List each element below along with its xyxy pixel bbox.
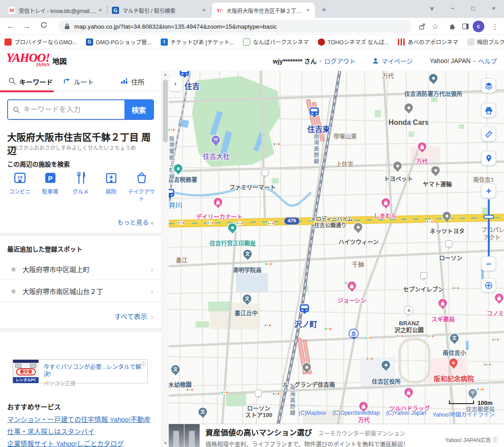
tab-search-button[interactable]: ∨ xyxy=(422,0,442,16)
sidebar-tab-address[interactable]: 住所 xyxy=(120,77,145,86)
yahoo-japan-logo[interactable]: YAHOO! JAPAN 地図 xyxy=(6,52,67,67)
share-icon[interactable] xyxy=(416,21,427,32)
profile-avatar[interactable]: c xyxy=(473,21,484,32)
service-link-2[interactable]: 仕事・求人探しはスタンバイ xyxy=(7,426,94,436)
zoom-out-button[interactable]: − xyxy=(481,256,496,271)
seven-icon[interactable] xyxy=(420,272,427,279)
place-pin[interactable] xyxy=(174,164,183,173)
facility-button-takeout[interactable]: テイクアウト xyxy=(126,171,157,203)
bank-pin[interactable] xyxy=(350,329,358,338)
sidebar-ad[interactable]: 最安値 レンタルPC 今すぐパソコンが必要...レンタルで解決! パソコン工房 … xyxy=(13,359,148,383)
registered-spot-item[interactable]: ★大阪府堺市南区城山台２丁› xyxy=(0,281,161,302)
close-button[interactable]: × xyxy=(483,0,504,16)
shop-pin[interactable] xyxy=(214,198,222,206)
place-pin[interactable] xyxy=(303,363,311,371)
logout-link[interactable]: ログアウト xyxy=(324,56,355,65)
locate-button[interactable] xyxy=(481,278,496,293)
portal-link[interactable]: Yahoo! JAPAN xyxy=(430,57,470,64)
facility-button-hospital[interactable]: 病院 xyxy=(96,171,126,203)
info-icon[interactable]: ⓘ xyxy=(492,437,498,443)
attribution-link-2[interactable]: (C)OpenStreetMap xyxy=(333,410,380,418)
back-button[interactable]: ← xyxy=(4,20,17,33)
station-pin[interactable] xyxy=(169,189,175,197)
facility-button-convenience[interactable]: 24コンビニ xyxy=(4,171,35,203)
tab-close-icon[interactable]: × xyxy=(201,7,208,14)
place-pin[interactable] xyxy=(382,361,390,369)
place-pin[interactable] xyxy=(405,306,413,315)
school-pin[interactable]: 文 xyxy=(243,294,252,303)
post-office-pin[interactable]: 〒 xyxy=(469,389,477,397)
school-pin[interactable]: 文 xyxy=(243,250,252,258)
browser-tab-2[interactable]: Gマルチ取引 / 取引検索× xyxy=(107,3,211,18)
scroll-up-icon[interactable]: ▲ xyxy=(162,71,169,78)
bookmark-item-1[interactable]: プロバイダーならGMO... xyxy=(4,38,77,46)
shop-pin[interactable] xyxy=(359,402,368,410)
ad-title[interactable]: 今すぐパソコンが必要...レンタルで解決! xyxy=(43,363,144,378)
school-pin[interactable]: 文 xyxy=(199,408,207,416)
bookmark-item-4[interactable]: なんばパークスシネマ xyxy=(243,38,309,46)
sidebar-tab-keyword[interactable]: キーワード xyxy=(8,77,53,86)
shop-pin[interactable] xyxy=(439,299,447,307)
place-pin[interactable] xyxy=(443,212,451,220)
bookmark-star-icon[interactable]: ☆ xyxy=(430,21,440,32)
place-pin[interactable] xyxy=(405,103,413,112)
mypage-link[interactable]: マイページ xyxy=(381,56,413,65)
shop-pin[interactable] xyxy=(382,198,390,207)
ad-info-icon[interactable]: ⓘ xyxy=(141,360,146,368)
zoom-slider-handle[interactable] xyxy=(483,215,494,219)
bookmark-item-5[interactable]: TOHOシネマズ なんば... xyxy=(318,38,389,46)
lawson100-icon[interactable] xyxy=(255,390,262,397)
place-pin[interactable] xyxy=(429,74,438,82)
browser-menu-icon[interactable]: ⋮ xyxy=(490,21,500,32)
search-button[interactable]: 検索 xyxy=(124,100,153,119)
shop-pin[interactable] xyxy=(495,294,504,302)
place-pin[interactable] xyxy=(393,162,402,170)
browser-tab-1[interactable]: M受信トレイ - know.ldc@gmail.com× xyxy=(4,3,107,18)
map-viewport[interactable]: 479 ‹ + − 100m (C)Mapbox(C)OpenStreetMap… xyxy=(169,71,504,447)
measure-button[interactable] xyxy=(481,127,496,141)
layers-button[interactable] xyxy=(481,78,496,93)
attribution-link-3[interactable]: (C)Yahoo Japan xyxy=(386,410,426,418)
sidebar-tab-route[interactable]: ルート xyxy=(63,77,94,86)
place-pin[interactable] xyxy=(228,223,237,232)
place-pin[interactable] xyxy=(354,223,363,231)
minimize-button[interactable]: − xyxy=(442,0,463,16)
school-pin[interactable]: 文 xyxy=(171,365,180,374)
lawson-icon[interactable] xyxy=(445,240,453,247)
forward-button[interactable]: → xyxy=(21,20,33,33)
facility-button-gourmet[interactable]: グルメ xyxy=(65,171,96,203)
zoom-slider[interactable] xyxy=(488,199,490,256)
station-pin[interactable] xyxy=(300,304,309,312)
scrollbar-thumb[interactable] xyxy=(163,80,168,142)
scroll-down-icon[interactable]: ▼ xyxy=(162,439,169,447)
zoom-in-button[interactable]: + xyxy=(481,183,496,198)
bookmark-item-3[interactable]: tチケットぴあ [チケット... xyxy=(161,38,234,46)
station-pin[interactable] xyxy=(180,71,189,76)
pin-drop-button[interactable] xyxy=(481,151,496,166)
side-panel-icon[interactable] xyxy=(460,21,471,32)
famima-icon[interactable] xyxy=(261,169,269,176)
bookmark-item-7[interactable]: 梅田ブルク7 xyxy=(467,38,504,46)
attribution-link-4[interactable]: Yahoo!地図ガイドライン xyxy=(433,410,495,418)
reload-button[interactable] xyxy=(38,20,50,33)
school-pin[interactable]: 文 xyxy=(450,334,459,342)
show-all-link[interactable]: すべて表示› xyxy=(115,311,153,321)
service-link-3[interactable]: 企業情報サイト Yahoo!しごとカタログ xyxy=(7,438,124,447)
collapse-sidebar-button[interactable]: ‹ xyxy=(169,77,182,91)
bottom-ad-banner[interactable]: 資産価値の高いマンション選び スーモカウンター新築マンション 価格相場や金利、ラ… xyxy=(169,424,504,447)
bookmark-item-6[interactable]: あべのアポロシネマ xyxy=(398,38,458,46)
new-tab-button[interactable]: + xyxy=(318,4,330,17)
shop-pin[interactable] xyxy=(405,388,413,396)
extensions-icon[interactable] xyxy=(447,21,457,32)
browser-tab-3[interactable]: Y!大阪府大阪市住吉区千躰２丁目周× xyxy=(211,3,315,18)
shop-pin[interactable] xyxy=(418,142,427,151)
tab-close-icon[interactable]: × xyxy=(304,7,312,14)
shop-pin[interactable] xyxy=(348,281,356,290)
station-pin[interactable] xyxy=(310,107,319,115)
facility-button-parking[interactable]: P駐車場 xyxy=(35,171,65,203)
bookmark-item-2[interactable]: GGMO-PGショップ管... xyxy=(86,38,152,46)
banner-title[interactable]: 資産価値の高いマンション選び xyxy=(205,429,312,437)
hospital-pin[interactable]: + xyxy=(449,358,458,367)
url-bar[interactable]: map.yahoo.co.jp/?lat=34.60832&lon=135.49… xyxy=(58,20,412,33)
tab-close-icon[interactable]: × xyxy=(97,7,104,14)
